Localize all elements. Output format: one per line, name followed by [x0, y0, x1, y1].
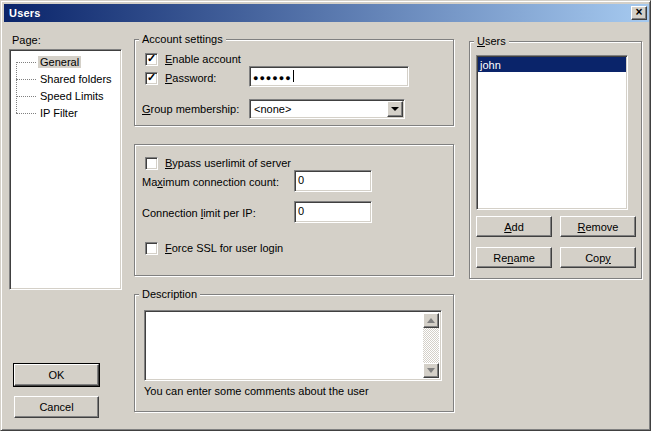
bypass-userlimit-checkbox-row[interactable]: Bypass userlimit of server	[145, 157, 291, 170]
dropdown-button[interactable]	[387, 101, 403, 117]
users-listbox[interactable]: john	[476, 55, 628, 210]
remove-user-button[interactable]: Remove	[560, 216, 636, 237]
connection-limit-per-ip-label: Connection limit per IP:	[142, 207, 256, 219]
chevron-down-icon	[391, 107, 399, 111]
account-settings-group: Account settings ✓ Enable account ✓ Pass…	[134, 39, 454, 126]
users-group: Users john Add Remove Rename Copy	[469, 41, 642, 279]
description-group: Description You can enter some comments …	[134, 294, 454, 412]
tree-item-label: Speed Limits	[38, 90, 106, 102]
scroll-down-button[interactable]	[423, 363, 439, 378]
ok-button-label: OK	[49, 369, 65, 381]
password-checkbox-row[interactable]: ✓ Password:	[145, 72, 216, 85]
enable-account-checkbox-row[interactable]: ✓ Enable account	[145, 53, 241, 66]
tree-item-label: Shared folders	[38, 73, 114, 85]
enable-account-checkbox[interactable]: ✓	[145, 53, 158, 66]
user-list-item[interactable]: john	[478, 57, 626, 72]
connection-settings-group: Bypass userlimit of server Maximum conne…	[134, 144, 454, 276]
tree-item-general[interactable]: General	[10, 53, 121, 70]
page-label: Page:	[12, 34, 41, 46]
tree-item-shared-folders[interactable]: Shared folders	[10, 70, 121, 87]
text-cursor	[293, 70, 294, 82]
ok-button[interactable]: OK	[14, 364, 99, 386]
users-dialog: Users × Page: General Shared folders Spe…	[0, 0, 651, 431]
account-settings-title: Account settings	[139, 33, 226, 45]
users-group-title: Users	[474, 35, 509, 47]
description-title: Description	[139, 288, 200, 300]
title-bar[interactable]: Users ×	[4, 4, 649, 22]
user-name: john	[480, 59, 501, 71]
group-membership-label: Group membership:	[142, 103, 239, 115]
force-ssl-checkbox-row[interactable]: Force SSL for user login	[145, 242, 283, 255]
force-ssl-checkbox[interactable]	[145, 242, 158, 255]
bypass-userlimit-checkbox[interactable]	[145, 157, 158, 170]
max-connection-count-label: Maximum connection count:	[142, 176, 279, 188]
description-hint: You can enter some comments about the us…	[144, 385, 369, 397]
close-button[interactable]: ×	[631, 6, 647, 20]
tree-item-label: General	[38, 56, 81, 68]
max-connection-count-input[interactable]: 0	[294, 170, 372, 192]
password-checkbox[interactable]: ✓	[145, 72, 158, 85]
copy-user-button[interactable]: Copy	[560, 247, 636, 268]
scroll-up-button[interactable]	[423, 313, 439, 328]
window-title: Users	[9, 7, 41, 19]
scroll-down-icon	[427, 368, 435, 373]
group-membership-select[interactable]: <none>	[249, 99, 405, 119]
cancel-button[interactable]: Cancel	[14, 396, 99, 418]
password-input[interactable]: ●●●●●●	[249, 66, 409, 87]
close-icon: ×	[635, 7, 642, 17]
cancel-button-label: Cancel	[39, 401, 73, 413]
add-user-button[interactable]: Add	[476, 216, 552, 237]
tree-item-label: IP Filter	[38, 107, 80, 119]
connection-limit-per-ip-input[interactable]: 0	[294, 201, 372, 223]
description-textarea[interactable]	[144, 310, 442, 381]
group-membership-value: <none>	[254, 103, 291, 115]
connection-limit-per-ip-value: 0	[298, 205, 304, 217]
checkmark-icon: ✓	[147, 53, 156, 64]
scroll-up-icon	[427, 318, 435, 323]
password-masked-value: ●●●●●●	[253, 73, 292, 83]
checkmark-icon: ✓	[147, 72, 156, 83]
tree-item-speed-limits[interactable]: Speed Limits	[10, 87, 121, 104]
tree-item-ip-filter[interactable]: IP Filter	[10, 104, 121, 121]
page-tree[interactable]: General Shared folders Speed Limits IP F…	[9, 49, 122, 290]
rename-user-button[interactable]: Rename	[476, 247, 552, 268]
max-connection-count-value: 0	[298, 174, 304, 186]
textarea-scrollbar[interactable]	[423, 313, 439, 378]
